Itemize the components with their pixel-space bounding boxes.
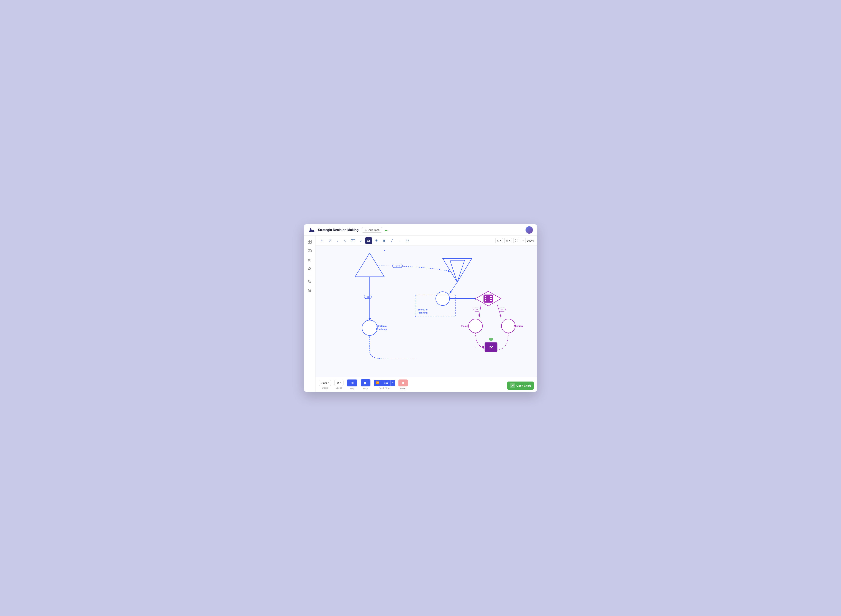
diagram-svg: * d3 <100 Strategic [316, 246, 537, 377]
quick-plays-control: ⏩ 100 ▾ Quick Plays [374, 380, 395, 389]
shape-toolbar: △ ▽ ○ ◇ ▷ fx ⑧ ▣ ╱ ⌐ ⬚ ⊡▾ [316, 236, 537, 246]
step-icon: ⏭ [351, 381, 354, 385]
edge-tri-to-center [450, 282, 457, 293]
svg-rect-7 [351, 239, 355, 242]
circle-center-node[interactable] [436, 292, 449, 305]
edge-label-lt100: <100 [395, 265, 400, 267]
quick-plays-button[interactable]: ⏩ 100 ▾ [374, 380, 395, 386]
fit-icon: ⊡ [497, 239, 499, 242]
edge-mission-to-fx [499, 333, 508, 350]
play-shape-tool[interactable]: ▷ [358, 237, 364, 244]
zoom-out-button[interactable]: − [521, 238, 526, 243]
circle-tool[interactable]: ○ [334, 237, 341, 244]
chevron-down-icon-speed: ▾ [340, 382, 341, 384]
reset-label: Reset [400, 387, 406, 390]
quick-plays-label: Quick Plays [379, 387, 390, 389]
triangle-down-right[interactable] [450, 260, 464, 282]
fast-forward-icon: ⏩ [376, 381, 379, 384]
variable-icon: (x) [308, 258, 311, 261]
play-label: Play [363, 387, 368, 390]
rect-tool[interactable]: ▣ [381, 237, 387, 244]
roadmap-label: Strategic [376, 324, 387, 327]
main-layout: (x) [304, 236, 537, 392]
speed-control: 1s ▾ Speed [334, 380, 343, 389]
reset-control: ■ Reset [398, 380, 408, 390]
arrange-icon: ⊠ [506, 239, 508, 242]
steps-select[interactable]: 1000 ▾ [319, 380, 331, 386]
fx-top-btn[interactable] [489, 338, 493, 340]
cloud-icon: ☁ [384, 228, 388, 232]
edge-label-d3-left: d3 [367, 296, 369, 298]
sidebar-item-layers[interactable] [306, 265, 313, 273]
arrange-button[interactable]: ⊠▾ [504, 238, 512, 243]
sidebar-item-learn[interactable] [306, 286, 313, 294]
mission-label: Mission [514, 324, 523, 327]
sidebar-item-variables[interactable]: (x) [306, 256, 313, 264]
circle-vision-node[interactable] [468, 319, 483, 333]
history-icon [308, 279, 312, 283]
svg-point-11 [490, 296, 492, 298]
edge-dashed-bottom [370, 335, 417, 359]
sidebar-item-grid[interactable] [306, 238, 313, 245]
tag-icon: 🏷 [364, 228, 367, 232]
edge-label-d3-right: d3 [476, 308, 478, 311]
steps-control: 1000 ▾ Steps [319, 380, 331, 389]
learn-icon [308, 288, 312, 292]
chart-icon [510, 383, 515, 388]
chart-svg [511, 384, 514, 387]
line-tool[interactable]: ╱ [389, 237, 395, 244]
circle-mission-node[interactable] [501, 319, 515, 333]
avatar [525, 226, 533, 234]
quick-plays-value: 100 [382, 380, 391, 386]
triangle-tool[interactable]: △ [319, 237, 325, 244]
view-controls: ⊡▾ ⊠▾ ⛶ − 100% [495, 238, 534, 243]
fx-tool[interactable]: fx [365, 237, 372, 244]
svg-rect-2 [308, 242, 310, 243]
svg-point-13 [490, 298, 492, 299]
play-icon: ▶ [364, 381, 367, 385]
play-button[interactable]: ▶ [361, 379, 370, 386]
layers-icon [308, 267, 312, 271]
sidebar-item-history[interactable] [306, 277, 313, 285]
connector-tool[interactable]: ⌐ [396, 237, 403, 244]
triangle-top-node[interactable] [355, 253, 385, 277]
sidebar-item-image[interactable] [306, 247, 313, 254]
fx-label: fx [489, 345, 493, 349]
title-bar: Strategic Decision Making 🏷 Add Tags ☁ [304, 224, 537, 236]
diamond-tool[interactable]: ◇ [342, 237, 349, 244]
edge-dashed-to-triangle-right [377, 266, 450, 271]
speed-label: Speed [336, 387, 342, 389]
circle-roadmap-node[interactable] [362, 320, 377, 335]
step-button[interactable]: ⏭ [347, 380, 357, 386]
asterisk-label: * [385, 249, 386, 253]
reset-icon: ■ [402, 381, 404, 385]
frame-tool[interactable]: ⬚ [404, 237, 411, 244]
image-icon [308, 249, 312, 253]
steps-label: Steps [322, 387, 328, 389]
scenario-label1: Scenario [418, 308, 428, 311]
canvas[interactable]: * d3 <100 Strategic [316, 246, 537, 377]
triangle-down-tool[interactable]: ▽ [326, 237, 333, 244]
fullscreen-button[interactable]: ⛶ [513, 238, 520, 243]
sidebar-divider [307, 275, 312, 275]
open-chart-button[interactable]: Open Chart [507, 381, 534, 390]
badge-tool[interactable]: ⑧ [373, 237, 380, 244]
reset-button[interactable]: ■ [398, 380, 408, 386]
edge-dice-to-mission [497, 305, 501, 317]
step-label: Step [349, 387, 354, 390]
app-logo [308, 226, 316, 234]
process-tool[interactable] [350, 237, 356, 244]
app-window: Strategic Decision Making 🏷 Add Tags ☁ [304, 224, 537, 392]
step-control: ⏭ Step [347, 380, 357, 390]
add-tags-button[interactable]: 🏷 Add Tags [362, 227, 382, 233]
fit-view-button[interactable]: ⊡▾ [495, 238, 503, 243]
play-control: ▶ Play [361, 379, 370, 390]
bottom-bar: 1000 ▾ Steps 1s ▾ Speed ⏭ Ste [316, 377, 537, 392]
chevron-down-icon-qp: ▾ [390, 380, 395, 386]
speed-select[interactable]: 1s ▾ [334, 380, 343, 386]
svg-rect-0 [308, 240, 310, 242]
svg-point-12 [485, 298, 486, 299]
svg-rect-1 [310, 240, 311, 242]
triangle-down-node[interactable] [443, 258, 472, 282]
vision-label: Vision [461, 324, 468, 327]
